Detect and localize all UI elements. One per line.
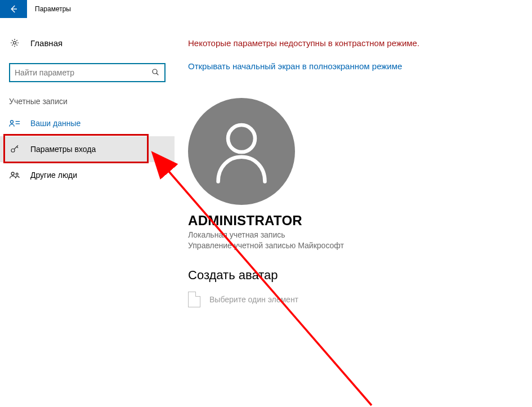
svg-point-1	[14, 42, 16, 44]
sidebar-item-label: Ваши данные	[30, 119, 81, 128]
arrow-left-icon	[8, 4, 19, 14]
svg-point-10	[11, 172, 14, 175]
svg-line-3	[157, 73, 158, 75]
avatar-pick-row[interactable]: Выберите один элемент	[188, 292, 521, 307]
svg-point-11	[16, 173, 18, 176]
svg-point-7	[11, 149, 15, 152]
person-icon	[211, 118, 272, 185]
sidebar-home[interactable]: Главная	[0, 32, 175, 54]
manage-account-link[interactable]: Управление учетной записью Майкрософт	[188, 240, 521, 251]
key-icon	[9, 144, 20, 154]
gear-icon	[9, 38, 20, 48]
svg-line-9	[17, 147, 18, 148]
sidebar-section-label: Учетные записи	[0, 82, 175, 110]
sidebar-home-label: Главная	[30, 38, 62, 48]
fullscreen-link[interactable]: Открывать начальный экран в полноэкранно…	[188, 61, 521, 71]
window-title: Параметры	[27, 5, 71, 13]
svg-point-4	[11, 120, 14, 123]
svg-point-2	[153, 69, 157, 74]
create-avatar-heading: Создать аватар	[188, 268, 521, 283]
people-icon	[9, 171, 20, 180]
sidebar-item-your-info[interactable]: Ваши данные	[0, 110, 175, 136]
search-box[interactable]	[9, 63, 166, 82]
title-bar: Параметры	[0, 0, 532, 18]
pick-placeholder-text: Выберите один элемент	[209, 295, 298, 304]
main-content: Некоторые параметры недоступны в контрас…	[175, 18, 532, 407]
avatar	[188, 98, 295, 205]
sidebar-item-label: Другие люди	[30, 171, 77, 180]
warning-text: Некоторые параметры недоступны в контрас…	[188, 38, 521, 48]
user-name: ADMINISTRATOR	[188, 213, 521, 229]
sidebar-item-signin-options[interactable]: Параметры входа	[0, 136, 175, 162]
search-icon	[151, 68, 160, 78]
sidebar: Главная Учетные записи Ваши да	[0, 18, 175, 407]
person-card-icon	[9, 119, 20, 128]
back-button[interactable]	[0, 0, 27, 18]
svg-point-12	[228, 125, 255, 152]
search-input[interactable]	[15, 68, 151, 77]
sidebar-item-label: Параметры входа	[30, 145, 96, 154]
file-placeholder-icon	[188, 292, 200, 307]
sidebar-item-other-users[interactable]: Другие люди	[0, 162, 175, 188]
account-type: Локальная учетная запись	[188, 230, 521, 240]
